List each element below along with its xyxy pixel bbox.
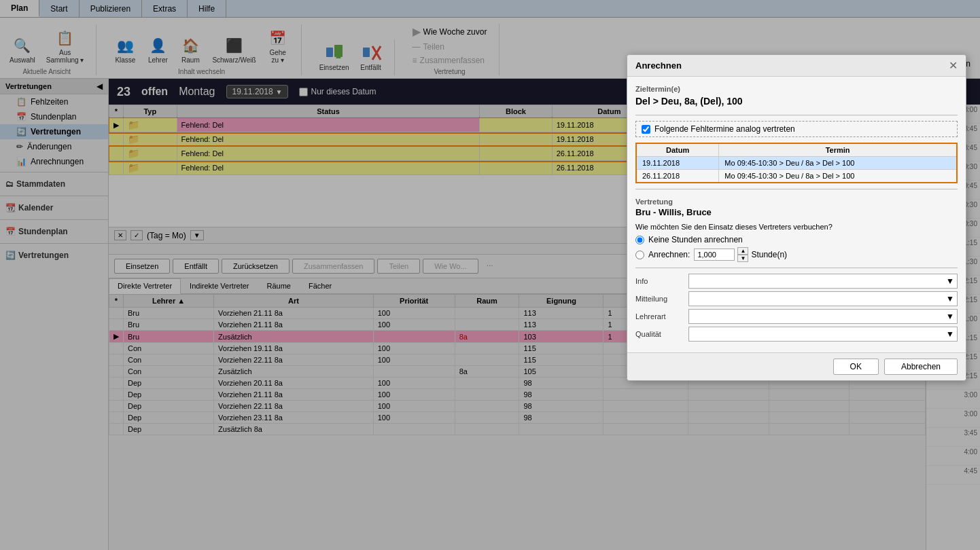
- modal-close-btn[interactable]: ✕: [949, 59, 958, 72]
- radio-anrechnen-row: Anrechnen: ▲ ▼ Stunde(n): [635, 247, 958, 262]
- modal-body: Zieltermin(e) Del > Deu, 8a, (Del), 100 …: [627, 77, 966, 352]
- stunden-value-input[interactable]: [694, 249, 735, 261]
- termine-col-datum: Datum: [636, 143, 719, 157]
- info-row-lehrerart: Lehrerart ▼: [635, 309, 958, 324]
- modal-divider-2: [635, 189, 958, 189]
- einsatz-question: Wie möchten Sie den Einsatz dieses Vertr…: [635, 223, 958, 231]
- qualitat-dropdown-icon: ▼: [946, 329, 954, 339]
- stunden-up-btn[interactable]: ▲: [737, 247, 748, 255]
- termin-row-1[interactable]: 19.11.2018 Mo 09:45-10:30 > Deu / 8a > D…: [636, 157, 957, 170]
- analog-vertreten-checkbox-row: Folgende Fehltermine analog vertreten: [635, 121, 958, 137]
- stunden-label: Stunde(n): [751, 250, 787, 259]
- modal-overlay[interactable]: Anrechnen ✕ Zieltermin(e) Del > Deu, 8a,…: [0, 0, 980, 550]
- mitteilung-dropdown-icon: ▼: [946, 294, 954, 304]
- mitteilung-select[interactable]: ▼: [688, 291, 958, 306]
- analog-vertreten-checkbox[interactable]: [642, 125, 650, 134]
- termin-datum-1: 19.11.2018: [636, 157, 719, 170]
- radio-keine-btn[interactable]: [635, 236, 644, 244]
- stunden-input-group: ▲ ▼ Stunde(n): [694, 247, 787, 262]
- mitteilung-label: Mitteilung: [635, 295, 683, 303]
- info-row-mitteilung: Mitteilung ▼: [635, 291, 958, 306]
- info-label: Info: [635, 277, 683, 285]
- info-dropdown-icon: ▼: [946, 276, 954, 286]
- termine-col-termin: Termin: [719, 143, 957, 157]
- analog-vertreten-label: Folgende Fehltermine analog vertreten: [654, 124, 795, 134]
- radio-keine-row: Keine Stunden anrechnen: [635, 235, 958, 244]
- qualitat-select[interactable]: ▼: [688, 327, 958, 342]
- termin-datum-2: 26.11.2018: [636, 170, 719, 183]
- termin-text-2: Mo 09:45-10:30 > Deu / 8a > Del > 100: [719, 170, 957, 183]
- modal-cancel-btn[interactable]: Abbrechen: [884, 359, 958, 375]
- termin-text-1: Mo 09:45-10:30 > Deu / 8a > Del > 100: [719, 157, 957, 170]
- qualitat-label: Qualität: [635, 330, 683, 338]
- zieltermin-section-title: Zieltermin(e): [635, 85, 958, 93]
- stunden-down-btn[interactable]: ▼: [737, 255, 748, 262]
- info-select[interactable]: ▼: [688, 274, 958, 289]
- vertreter-name: Bru - Willis, Bruce: [635, 207, 958, 217]
- lehrerart-label: Lehrerart: [635, 312, 683, 320]
- termin-row-2[interactable]: 26.11.2018 Mo 09:45-10:30 > Deu / 8a > D…: [636, 170, 957, 183]
- modal-target-text: Del > Deu, 8a, (Del), 100: [635, 96, 958, 107]
- radio-anrechnen-label: Anrechnen:: [648, 250, 690, 259]
- stunden-spinner: ▲ ▼: [737, 247, 748, 262]
- info-row-info: Info ▼: [635, 274, 958, 289]
- vertretung-section: Vertretung Bru - Willis, Bruce Wie möcht…: [635, 198, 958, 262]
- modal-footer: OK Abbrechen: [627, 352, 966, 380]
- modal-divider-3: [635, 268, 958, 268]
- modal-header: Anrechnen ✕: [627, 55, 966, 77]
- lehrerart-dropdown-icon: ▼: [946, 312, 954, 321]
- modal-ok-btn[interactable]: OK: [833, 359, 879, 375]
- termine-table: Datum Termin 19.11.2018 Mo 09:45-10:30 >…: [635, 143, 958, 183]
- anrechnen-modal: Anrechnen ✕ Zieltermin(e) Del > Deu, 8a,…: [627, 54, 966, 381]
- radio-anrechnen-btn[interactable]: [635, 251, 644, 259]
- radio-keine-label: Keine Stunden anrechnen: [648, 235, 743, 244]
- modal-divider-1: [635, 115, 958, 115]
- lehrerart-select[interactable]: ▼: [688, 309, 958, 324]
- modal-title: Anrechnen: [635, 60, 682, 71]
- vertretung-section-title: Vertretung: [635, 198, 958, 206]
- info-row-qualitat: Qualität ▼: [635, 327, 958, 342]
